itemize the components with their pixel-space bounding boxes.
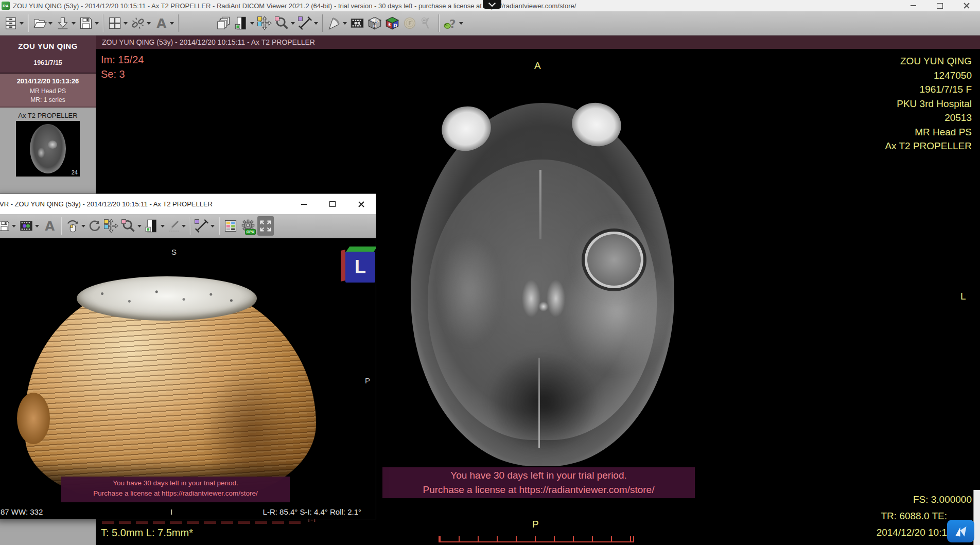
synchronize-button[interactable] xyxy=(130,13,152,33)
mri-posterior-fossa xyxy=(489,353,598,450)
annotations-icon xyxy=(42,219,57,233)
mpr-button[interactable] xyxy=(366,13,383,33)
chevron-down-icon[interactable] xyxy=(20,22,24,25)
open-folder-button[interactable] xyxy=(31,13,54,33)
vr-window-title: VR - ZOU YUN QING (53y) - 2014/12/20 10:… xyxy=(0,200,213,208)
chevron-down-icon[interactable] xyxy=(48,22,52,25)
trial-banner[interactable]: You have 30 days left in your trial peri… xyxy=(382,467,695,498)
save-button[interactable] xyxy=(78,13,100,33)
export-movie-button[interactable] xyxy=(349,13,365,33)
help-button[interactable] xyxy=(442,13,464,33)
vr-toolbar: GPU xyxy=(0,214,376,238)
annotations-button[interactable] xyxy=(153,13,175,33)
vr-3d-viewport[interactable]: S P L You have 30 days left in your tria… xyxy=(0,238,376,519)
viewport-tab-label: ZOU YUN QING (53y) - 2014/12/20 10:15:11… xyxy=(102,38,315,46)
zoom-button[interactable] xyxy=(274,13,296,33)
chevron-down-icon[interactable] xyxy=(81,225,85,227)
series-summary: MR: 1 series xyxy=(0,96,96,103)
minimize-icon xyxy=(301,204,307,205)
orientation-marker-posterior: P xyxy=(532,519,539,530)
chevron-down-icon[interactable] xyxy=(314,22,318,25)
chevron-down-icon[interactable] xyxy=(182,225,186,227)
trial-line2: Purchase a license at https://radiantvie… xyxy=(61,488,290,499)
movie-camera-icon xyxy=(350,16,364,30)
vr-annotations-button[interactable] xyxy=(41,216,58,236)
toolbar-separator xyxy=(178,14,179,32)
vr-rotate-3d-button[interactable] xyxy=(64,216,86,236)
slice-thickness-overlay: T: 5.0mm L: 7.5mm* xyxy=(101,527,193,539)
chevron-down-icon[interactable] xyxy=(250,22,254,25)
chevron-down-icon[interactable] xyxy=(343,22,347,25)
fullscreen-expand-icon xyxy=(258,219,273,233)
vr-orientation-superior: S xyxy=(171,248,177,256)
mpr-cube-icon xyxy=(367,16,382,30)
minimize-icon xyxy=(911,5,916,6)
chevron-down-icon[interactable] xyxy=(124,22,128,25)
patient-info-overlay: ZOU YUN QING 1247050 1961/7/15 F PKU 3rd… xyxy=(885,54,972,153)
broken-link-icon xyxy=(131,16,145,30)
save-icon xyxy=(79,16,93,30)
chevron-down-icon[interactable] xyxy=(483,0,501,9)
vr-maximize-button[interactable] xyxy=(318,194,347,214)
chevron-down-icon[interactable] xyxy=(211,225,215,227)
window-controls xyxy=(900,0,980,11)
vr-minimize-button[interactable] xyxy=(289,194,318,214)
layout-button[interactable] xyxy=(107,13,129,33)
overlay-series-description: Ax T2 PROPELLER xyxy=(885,139,972,153)
pan-button[interactable] xyxy=(256,13,273,33)
vr-save-button[interactable] xyxy=(0,216,17,236)
minimize-button[interactable] xyxy=(900,0,926,11)
viewport-tabbar[interactable]: ZOU YUN QING (53y) - 2014/12/20 10:15:11… xyxy=(96,36,980,49)
chevron-down-icon[interactable] xyxy=(459,22,463,25)
annotations-icon xyxy=(154,16,168,30)
series-thumbnail[interactable]: 24 xyxy=(16,121,80,177)
vr-sculpt-button[interactable] xyxy=(167,216,187,236)
orientation-cube[interactable]: L xyxy=(339,247,376,286)
vr-trial-banner[interactable]: You have 30 days left in your trial peri… xyxy=(61,477,290,502)
chevron-down-icon[interactable] xyxy=(291,22,295,25)
chevron-down-icon[interactable] xyxy=(170,22,174,25)
window-level-button[interactable] xyxy=(233,13,255,33)
study-description: MR Head PS xyxy=(0,87,96,95)
study-header[interactable]: 2014/12/20 10:13:26 MR Head PS MR: 1 ser… xyxy=(0,74,96,108)
chevron-down-icon[interactable] xyxy=(12,225,16,227)
mouse-left-badge xyxy=(298,16,303,21)
vr-close-button[interactable] xyxy=(347,194,376,214)
chevron-down-icon[interactable] xyxy=(72,22,76,25)
vr-export-movie-button[interactable] xyxy=(18,216,40,236)
maximize-icon xyxy=(329,201,336,207)
vr-window-level-button[interactable] xyxy=(144,216,166,236)
vr-measure-button[interactable] xyxy=(194,216,216,236)
vr-rotate-button[interactable] xyxy=(87,216,102,236)
vr-fullscreen-button[interactable] xyxy=(257,216,274,236)
export-button[interactable] xyxy=(55,13,77,33)
chevron-down-icon[interactable] xyxy=(147,22,151,25)
vr-zoom-button[interactable] xyxy=(120,216,143,236)
rotate-3d-icon xyxy=(65,219,80,233)
vr-presets-button[interactable] xyxy=(222,216,239,236)
chevron-down-icon[interactable] xyxy=(35,225,39,227)
browse-series-button[interactable] xyxy=(216,13,232,33)
chevron-down-icon[interactable] xyxy=(161,225,165,227)
window-level-icon xyxy=(234,16,249,30)
toolbar-separator xyxy=(61,217,61,235)
vr-pan-button[interactable] xyxy=(103,216,119,236)
patient-header[interactable]: ZOU YUN QING 1961/7/15 xyxy=(0,36,96,74)
chevron-down-icon[interactable] xyxy=(137,225,142,227)
export-download-icon xyxy=(56,16,70,30)
patient-birthdate: 1961/7/15 xyxy=(0,59,96,66)
trial-line1: You have 30 days left in your trial peri… xyxy=(61,478,290,488)
chevron-down-icon[interactable] xyxy=(95,22,99,25)
close-button[interactable] xyxy=(953,0,980,11)
cine-button[interactable] xyxy=(326,13,348,33)
measure-button[interactable] xyxy=(297,13,319,33)
vr-settings-button[interactable]: GPU xyxy=(240,216,256,236)
floating-app-icon[interactable] xyxy=(947,520,974,542)
main-toolbar xyxy=(0,11,980,36)
3d-vr-button[interactable] xyxy=(384,13,400,33)
cine-icon xyxy=(327,16,341,30)
vr-window[interactable]: VR - ZOU YUN QING (53y) - 2014/12/20 10:… xyxy=(0,194,376,519)
vr-window-controls xyxy=(289,194,376,214)
database-button[interactable] xyxy=(3,13,25,33)
maximize-button[interactable] xyxy=(926,0,953,11)
